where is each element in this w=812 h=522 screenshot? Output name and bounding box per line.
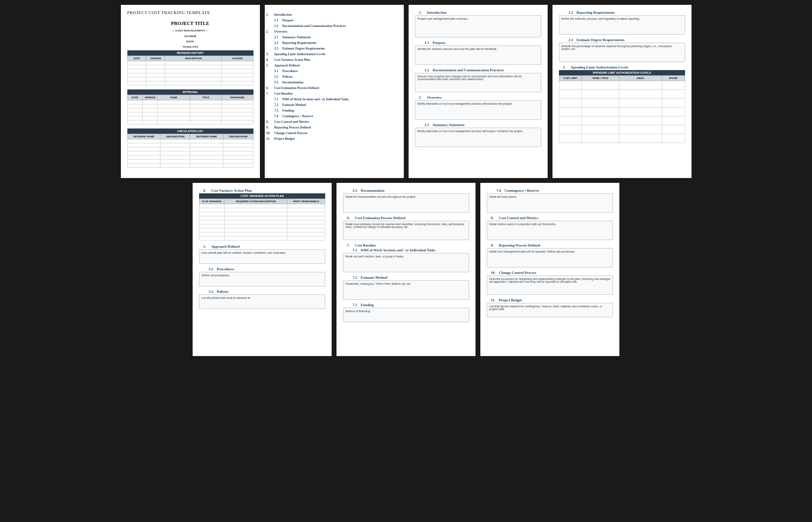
toc-item: 1.Introduction xyxy=(266,13,397,17)
section-heading: 6.Cost Estimation Process Defined xyxy=(343,216,469,220)
table-row xyxy=(127,104,253,108)
toc-item: 2.1Summary Statement xyxy=(274,35,397,39)
col-header: VERSION xyxy=(142,95,157,100)
table-row xyxy=(199,212,325,216)
table-row xyxy=(127,147,253,151)
toc-item: 7.1WBS of Work Sections and / or Individ… xyxy=(274,97,397,101)
section-heading: 2.2Reporting Requirements xyxy=(559,10,685,14)
section-heading: 5.1Procedures xyxy=(199,267,325,271)
section-heading: 7.2Estimate Method xyxy=(343,276,469,280)
col-header: AUTHOR xyxy=(222,56,253,61)
table-caption: CIRCULATION LIST xyxy=(127,128,253,134)
col-header: NAME xyxy=(158,95,190,100)
section-heading: 10.Change Control Process xyxy=(487,271,613,275)
section-heading: 2.1Summary Statement xyxy=(415,123,541,127)
toc-item: 8.Cost Control and Metrics xyxy=(266,120,397,124)
cover-subtitle: — COST MANAGEMENT — xyxy=(127,29,253,32)
table-row xyxy=(127,77,253,81)
col-header: DESCRIPTION xyxy=(165,56,222,61)
table-caption: COST VARIANCE ACTION PLAN xyxy=(199,193,325,199)
section-heading: 11.Project Budget xyxy=(487,298,613,302)
toc-item: 10.Change Control Process xyxy=(266,131,397,135)
section-box: List all policies that must be adhered t… xyxy=(199,294,325,309)
table-row xyxy=(127,160,253,164)
toc-item: 7.2Estimate Method xyxy=(274,103,397,107)
section-heading: 5.3Documentation xyxy=(343,188,469,193)
table-row xyxy=(127,139,253,143)
section-box: Detail metrics used in conjunction with … xyxy=(487,221,613,240)
section-box: Parametric, Analogous, Three-Point, Bott… xyxy=(343,280,469,300)
col-header: RECIPIENT NAME xyxy=(190,134,223,139)
section-heading: 2.Overview xyxy=(415,95,541,99)
revision-history-table: REVISION HISTORY DATE VERSION DESCRIPTIO… xyxy=(127,50,253,85)
table-row xyxy=(127,143,253,147)
table-row xyxy=(127,81,253,85)
section-box: Detail how management plan will be repor… xyxy=(487,248,613,267)
col-header: COST LIMIT xyxy=(559,76,581,81)
document-preview: PROJECT COST TRACKING TEMPLATE PROJECT T… xyxy=(5,5,807,356)
col-header: PARTY RESPONSIBLE xyxy=(287,199,325,204)
col-header: VERSION xyxy=(146,56,165,61)
section-box: Detail the documentation process through… xyxy=(343,193,469,213)
toc-item: 5.Approach Defined xyxy=(266,64,397,67)
page-3: 1.Introduction Project cost management p… xyxy=(409,5,548,178)
cover-version: Version 0.0.0 xyxy=(127,45,253,48)
section-box: List final figures reached for contingen… xyxy=(487,303,613,317)
page-5: 4.Cost Variance Action Plan COST VARIANC… xyxy=(193,183,332,356)
table-row xyxy=(559,99,685,108)
section-box: Briefly elaborate on how cost management… xyxy=(415,100,541,120)
section-box: Detail all funds saved. xyxy=(487,193,613,213)
table-row xyxy=(127,164,253,168)
table-row xyxy=(127,73,253,77)
toc-item: 2.2Reporting Requirements xyxy=(274,41,397,45)
table-caption: SPENDING LIMIT AUTHORIZATION LEVELS xyxy=(559,70,685,75)
toc-item: 9.Reporting Process Defined xyxy=(266,126,397,129)
table-row xyxy=(199,236,325,240)
section-heading: 9.Reporting Process Defined xyxy=(487,243,613,247)
section-box: Define the methods, process, and regular… xyxy=(559,15,685,35)
toc-item: 2.3Estimate Degree Requirements xyxy=(274,47,397,50)
section-heading: 2.3Estimate Degree Requirements xyxy=(559,38,685,42)
section-heading: 8.Cost Control and Metrics xyxy=(487,216,613,220)
section-heading: 1.1Purpose xyxy=(415,41,541,45)
toc-item: 1.1Purpose xyxy=(274,19,397,22)
table-row xyxy=(127,112,253,116)
toc-item: 7.3Funding xyxy=(274,109,397,112)
table-row xyxy=(127,116,253,120)
toc-item: 7.Cost Baseline xyxy=(266,92,397,95)
col-header: % OF VARIANCE xyxy=(199,199,224,204)
page-2-toc: 1.Introduction1.1Purpose1.2Documentation… xyxy=(265,5,404,178)
table-row xyxy=(127,100,253,104)
table-row xyxy=(199,228,325,232)
section-box: Detail how estimates should be reached a… xyxy=(343,221,469,240)
table-row xyxy=(559,108,685,116)
toc-item: 1.2Documentation and Communication Pract… xyxy=(274,24,397,28)
col-header: SIGNATURE xyxy=(222,95,253,100)
variance-table: COST VARIANCE ACTION PLAN % OF VARIANCE … xyxy=(199,193,325,240)
section-heading: 5.Approach Defined xyxy=(199,244,325,249)
section-box: Identify the desired outcome and how the… xyxy=(415,46,541,65)
section-box: Method of financing. xyxy=(343,308,469,322)
page-4: 2.2Reporting Requirements Define the met… xyxy=(552,5,692,178)
col-header: ORGANIZATION xyxy=(160,134,190,139)
section-heading: 7.3Funding xyxy=(343,303,469,307)
table-row xyxy=(559,90,685,99)
table-caption: APPROVAL xyxy=(127,89,253,95)
section-box: How overall plan will be created, revise… xyxy=(199,249,325,264)
toc-item: 5.2Policies xyxy=(274,75,397,79)
cover-block: PROJECT TITLE — COST MANAGEMENT — AUTHOR… xyxy=(127,21,253,48)
cover-date: DATE xyxy=(127,40,253,43)
doc-title: PROJECT COST TRACKING TEMPLATE xyxy=(127,10,253,15)
section-heading: 5.2Policies xyxy=(199,290,325,294)
toc-item: 5.1Procedures xyxy=(274,69,397,73)
table-row xyxy=(127,155,253,160)
table-row xyxy=(127,69,253,73)
table-row xyxy=(559,81,685,90)
page-6: 5.3Documentation Detail the documentatio… xyxy=(336,183,476,356)
table-row xyxy=(559,116,685,125)
section-box: Project cost management plan overview... xyxy=(415,15,541,37)
section-box: Break out each section, task, or group o… xyxy=(343,253,469,272)
section-box: Indicate the percentage of variance requ… xyxy=(559,43,685,62)
table-row xyxy=(127,120,253,124)
spending-table: SPENDING LIMIT AUTHORIZATION LEVELS COST… xyxy=(559,70,685,143)
